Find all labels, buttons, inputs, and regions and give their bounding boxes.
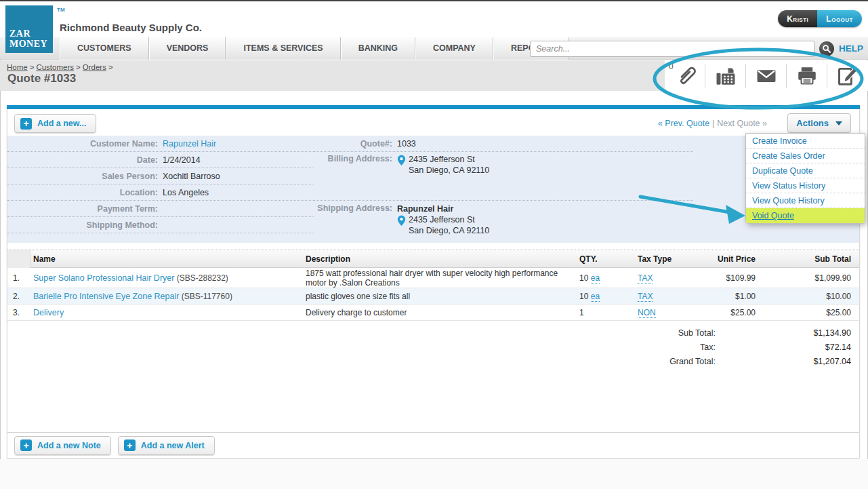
menu-item-create-sales-order[interactable]: Create Sales Order [746, 149, 865, 163]
chevron-down-icon [835, 121, 842, 125]
item-sub-total: $25.00 [760, 308, 859, 317]
logout-button[interactable]: Logout [817, 10, 862, 27]
detail-row-payment-term: Payment Term: [7, 201, 314, 217]
plus-icon: + [124, 439, 136, 451]
paperclip-icon [674, 64, 697, 87]
nav-tabs: CUSTOMERS VENDORS ITEMS & SERVICES BANKI… [60, 37, 569, 60]
tax-row: Tax: $72.14 [669, 340, 851, 354]
item-name-link[interactable]: Super Solano Professional Hair Dryer [33, 273, 174, 283]
detail-row-date: Date: 1/24/2014 [7, 152, 314, 168]
item-sub-total: $1,099.90 [760, 273, 859, 283]
detail-row-customer: Customer Name: Rapunzel Hair [7, 136, 314, 152]
edit-document-icon [836, 64, 859, 87]
table-header-row: Name Description QTY. Tax Type Unit Pric… [7, 250, 859, 268]
app-header: ZAR MONEY TM Richmond Beauty Supply Co. … [0, 1, 868, 37]
grand-total-row: Grand Total: $1,207.04 [669, 354, 851, 368]
help-link[interactable]: HELP [839, 43, 863, 54]
item-name-link[interactable]: Barielle Pro Intensive Eye Zone Repair [33, 292, 179, 301]
email-button[interactable] [746, 60, 786, 91]
envelope-icon [755, 64, 778, 87]
col-header-tax-type: Tax Type [638, 254, 680, 264]
menu-item-view-status-history[interactable]: View Status History [746, 178, 865, 193]
breadcrumb-orders[interactable]: Orders [83, 63, 106, 71]
printer-icon [795, 64, 819, 87]
quote-pager: « Prev. Quote|Next Quote » [658, 119, 767, 128]
item-qty: 1 [573, 308, 638, 317]
detail-row-shipping-address: Shipping Address: Rapunzel Hair 2435 Jef… [314, 201, 693, 236]
fax-icon [714, 64, 737, 87]
search-button[interactable] [819, 41, 834, 56]
fax-button[interactable] [705, 60, 745, 91]
tax-value: $72.14 [716, 343, 851, 352]
detail-row-billing-address: Billing Address: 2435 Jefferson St San D… [314, 152, 693, 201]
shipping-address: 2435 Jefferson St San Diego, CA 92110 [409, 214, 489, 236]
add-a-new-label: Add a new... [37, 119, 86, 128]
item-unit-price: $25.00 [680, 308, 760, 317]
breadcrumb-customers[interactable]: Customers [36, 63, 74, 71]
plus-icon: + [20, 118, 32, 130]
nav-tab-vendors[interactable]: VENDORS [149, 37, 226, 60]
user-name-badge: Kristi [778, 10, 817, 27]
grand-total-value: $1,207.04 [716, 357, 851, 366]
menu-item-void-quote[interactable]: Void Quote [746, 208, 865, 223]
trademark-symbol: TM [57, 7, 65, 13]
unit-link[interactable]: ea [591, 292, 600, 302]
shipping-name: Rapunzel Hair [397, 203, 489, 214]
item-name-link[interactable]: Delivery [33, 308, 64, 317]
print-button[interactable] [787, 60, 827, 91]
col-header-description: Description [300, 254, 573, 264]
quote-details-right: Quote#: 1033 Billing Address: 2435 Jeffe… [314, 136, 693, 236]
menu-item-view-quote-history[interactable]: View Quote History [746, 193, 865, 208]
company-name: Richmond Beauty Supply Co. [60, 22, 202, 33]
actions-dropdown-button[interactable]: Actions [787, 113, 851, 133]
page-footer-area [0, 459, 868, 489]
billing-address: 2435 Jefferson St San Diego, CA 92110 [409, 154, 489, 176]
next-quote-link[interactable]: Next Quote » [717, 119, 767, 128]
detail-row-quote-number: Quote#: 1033 [314, 136, 693, 152]
breadcrumb-home[interactable]: Home [7, 63, 28, 71]
customer-name-link[interactable]: Rapunzel Hair [163, 139, 216, 149]
nav-tab-items-services[interactable]: ITEMS & SERVICES [226, 37, 340, 60]
search-icon [822, 44, 831, 54]
tax-type-link[interactable]: TAX [638, 292, 653, 302]
panel-accent-bar [7, 105, 860, 109]
search-input[interactable] [530, 41, 814, 57]
col-header-unit-price: Unit Price [680, 254, 760, 264]
subtotal-row: Sub Total: $1,134.90 [669, 326, 851, 340]
add-alert-button[interactable]: + Add a new Alert [118, 436, 215, 455]
tax-type-link[interactable]: TAX [638, 273, 653, 283]
item-qty: 10 ea [573, 292, 638, 301]
table-row: 2. Barielle Pro Intensive Eye Zone Repai… [7, 288, 859, 305]
nav-tab-customers[interactable]: CUSTOMERS [60, 37, 149, 60]
detail-row-salesperson: Sales Person: Xochitl Barroso [7, 168, 314, 184]
item-description: 1875 watt professional hair dryer with s… [300, 269, 573, 288]
item-unit-price: $109.99 [680, 273, 760, 283]
add-a-new-button[interactable]: + Add a new... [14, 114, 96, 133]
add-note-button[interactable]: + Add a new Note [14, 436, 111, 455]
quote-details: Customer Name: Rapunzel Hair Date: 1/24/… [7, 136, 859, 243]
breadcrumb: Home>Customers>Orders> [7, 63, 115, 71]
line-items-table: Name Description QTY. Tax Type Unit Pric… [7, 250, 859, 321]
table-row: 1. Super Solano Professional Hair Dryer … [7, 268, 859, 288]
notes-alerts-bar: + Add a new Note + Add a new Alert [7, 432, 859, 458]
map-pin-icon [397, 215, 406, 227]
nav-tab-company[interactable]: COMPANY [415, 37, 493, 60]
subtotal-value: $1,134.90 [716, 328, 851, 338]
edit-button[interactable] [827, 60, 867, 91]
item-sub-total: $10.00 [760, 292, 859, 301]
menu-item-duplicate-quote[interactable]: Duplicate Quote [746, 163, 865, 178]
attachments-button[interactable]: 0 [665, 60, 705, 91]
menu-item-create-invoice[interactable]: Create Invoice [746, 134, 865, 149]
col-header-qty: QTY. [573, 254, 638, 264]
actions-label: Actions [796, 118, 829, 128]
unit-link[interactable]: ea [591, 273, 600, 283]
nav-tab-banking[interactable]: BANKING [341, 37, 415, 60]
item-sku: (SBS-288232) [177, 273, 228, 283]
detail-row-location: Location: Los Angeles [7, 184, 314, 201]
map-pin-icon [397, 155, 406, 166]
quote-details-left: Customer Name: Rapunzel Hair Date: 1/24/… [7, 136, 314, 233]
tax-type-link[interactable]: NON [638, 308, 656, 318]
zarmoney-logo[interactable]: ZAR MONEY [5, 5, 53, 53]
prev-quote-link[interactable]: « Prev. Quote [658, 119, 709, 128]
table-row: 3. Delivery Delivery charge to customer … [7, 305, 859, 321]
